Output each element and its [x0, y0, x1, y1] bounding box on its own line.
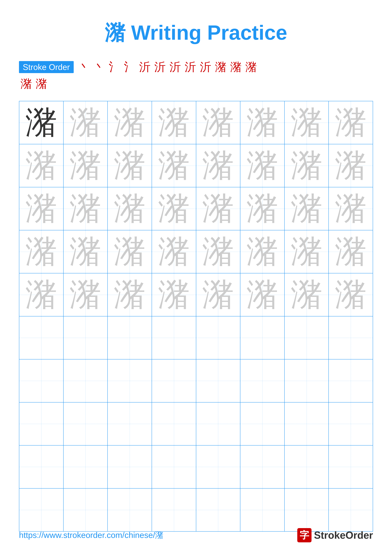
- page-title: 潴 Writing Practice: [105, 19, 287, 47]
- grid-cell[interactable]: [329, 402, 373, 445]
- grid-cell: 潴: [108, 144, 152, 187]
- grid-cell: 潴: [240, 273, 285, 316]
- grid-cell[interactable]: [196, 489, 241, 531]
- grid-cell: 潴: [329, 101, 373, 144]
- grid-row-2: 潴 潴 潴 潴 潴 潴 潴 潴: [19, 144, 373, 187]
- grid-cell: 潴: [285, 101, 329, 144]
- grid-cell[interactable]: [329, 489, 373, 531]
- grid-cell: 潴: [19, 230, 64, 273]
- stroke-order-row1: Stroke Order 丶 丶 氵 氵 沂 沂 沂 沂 沂 潴 潴 潴: [19, 59, 373, 75]
- grid-cell: 潴: [152, 187, 196, 230]
- grid-cell[interactable]: [108, 402, 152, 445]
- grid-cell[interactable]: [196, 316, 241, 359]
- footer: https://www.strokeorder.com/chinese/潴 字 …: [19, 528, 373, 542]
- stroke-order-row2: 潴 潴: [19, 76, 373, 91]
- grid-cell[interactable]: [64, 489, 108, 531]
- grid-cell[interactable]: [285, 489, 329, 531]
- grid-cell[interactable]: [108, 445, 152, 488]
- grid-cell[interactable]: [329, 316, 373, 359]
- practice-grid: 潴 潴 潴 潴 潴 潴 潴 潴 潴 潴 潴 潴 潴 潴 潴 潴 潴 潴 潴 潴 …: [19, 101, 373, 532]
- stroke-order-chars: 丶 丶 氵 氵 沂 沂 沂 沂 沂 潴 潴 潴: [78, 59, 257, 75]
- grid-row-7: [19, 359, 373, 402]
- grid-row-8: [19, 402, 373, 445]
- grid-cell[interactable]: [285, 359, 329, 402]
- grid-cell[interactable]: [285, 316, 329, 359]
- grid-cell: 潴: [19, 187, 64, 230]
- title-text: Writing Practice: [125, 21, 287, 44]
- grid-cell[interactable]: [329, 359, 373, 402]
- title-char: 潴: [105, 21, 125, 44]
- grid-cell[interactable]: [240, 402, 285, 445]
- grid-cell[interactable]: [64, 402, 108, 445]
- grid-cell: 潴: [19, 144, 64, 187]
- grid-cell: 潴: [329, 144, 373, 187]
- grid-cell[interactable]: [108, 359, 152, 402]
- grid-cell[interactable]: [108, 489, 152, 531]
- grid-cell[interactable]: [240, 359, 285, 402]
- grid-cell: 潴: [152, 230, 196, 273]
- grid-cell: 潴: [64, 230, 108, 273]
- grid-cell: 潴: [64, 144, 108, 187]
- grid-cell[interactable]: [152, 445, 196, 488]
- grid-cell[interactable]: [240, 316, 285, 359]
- grid-cell: 潴: [329, 273, 373, 316]
- page: 潴 Writing Practice Stroke Order 丶 丶 氵 氵 …: [0, 0, 392, 555]
- grid-cell: 潴: [196, 230, 241, 273]
- grid-cell: 潴: [108, 230, 152, 273]
- grid-cell: 潴: [108, 101, 152, 144]
- grid-cell: 潴: [19, 273, 64, 316]
- grid-cell: 潴: [240, 144, 285, 187]
- grid-cell[interactable]: [196, 402, 241, 445]
- grid-cell[interactable]: [329, 445, 373, 488]
- grid-row-3: 潴 潴 潴 潴 潴 潴 潴 潴: [19, 187, 373, 230]
- footer-url[interactable]: https://www.strokeorder.com/chinese/潴: [19, 530, 163, 541]
- grid-cell[interactable]: [152, 402, 196, 445]
- grid-cell: 潴: [285, 230, 329, 273]
- footer-logo-text: StrokeOrder: [314, 529, 373, 541]
- grid-row-9: [19, 445, 373, 489]
- grid-cell[interactable]: [19, 402, 64, 445]
- grid-cell: 潴: [240, 230, 285, 273]
- grid-cell[interactable]: [64, 316, 108, 359]
- grid-cell[interactable]: [19, 359, 64, 402]
- grid-row-6: [19, 316, 373, 359]
- grid-cell: 潴: [196, 144, 241, 187]
- grid-cell: 潴: [285, 144, 329, 187]
- grid-cell[interactable]: [64, 359, 108, 402]
- stroke-order-label: Stroke Order: [19, 61, 74, 73]
- grid-cell: 潴: [196, 273, 241, 316]
- grid-cell[interactable]: [152, 489, 196, 531]
- grid-cell: 潴: [285, 187, 329, 230]
- grid-cell[interactable]: [285, 445, 329, 488]
- grid-cell: 潴: [329, 187, 373, 230]
- grid-cell[interactable]: [152, 359, 196, 402]
- grid-cell: 潴: [240, 101, 285, 144]
- grid-cell[interactable]: [240, 445, 285, 488]
- grid-cell[interactable]: [152, 316, 196, 359]
- footer-logo: 字 StrokeOrder: [297, 528, 373, 542]
- strokeorder-logo-icon: 字: [297, 528, 312, 542]
- grid-cell[interactable]: [196, 359, 241, 402]
- grid-cell: 潴: [64, 101, 108, 144]
- grid-cell: 潴: [329, 230, 373, 273]
- grid-cell: 潴: [196, 187, 241, 230]
- grid-row-1: 潴 潴 潴 潴 潴 潴 潴 潴: [19, 101, 373, 144]
- grid-cell: 潴: [64, 273, 108, 316]
- grid-row-10: [19, 489, 373, 531]
- grid-cell[interactable]: [19, 316, 64, 359]
- stroke-order-section: Stroke Order 丶 丶 氵 氵 沂 沂 沂 沂 沂 潴 潴 潴 潴 潴: [19, 59, 373, 91]
- grid-cell[interactable]: [240, 489, 285, 531]
- grid-cell[interactable]: [108, 316, 152, 359]
- grid-cell: 潴: [108, 187, 152, 230]
- grid-row-4: 潴 潴 潴 潴 潴 潴 潴 潴: [19, 230, 373, 273]
- grid-cell: 潴: [108, 273, 152, 316]
- grid-cell[interactable]: [285, 402, 329, 445]
- grid-cell[interactable]: [19, 445, 64, 488]
- grid-cell[interactable]: [19, 489, 64, 531]
- grid-cell[interactable]: [64, 445, 108, 488]
- grid-cell: 潴: [196, 101, 241, 144]
- grid-row-5: 潴 潴 潴 潴 潴 潴 潴 潴: [19, 273, 373, 316]
- grid-cell: 潴: [152, 101, 196, 144]
- grid-cell[interactable]: [196, 445, 241, 488]
- grid-cell: 潴: [152, 273, 196, 316]
